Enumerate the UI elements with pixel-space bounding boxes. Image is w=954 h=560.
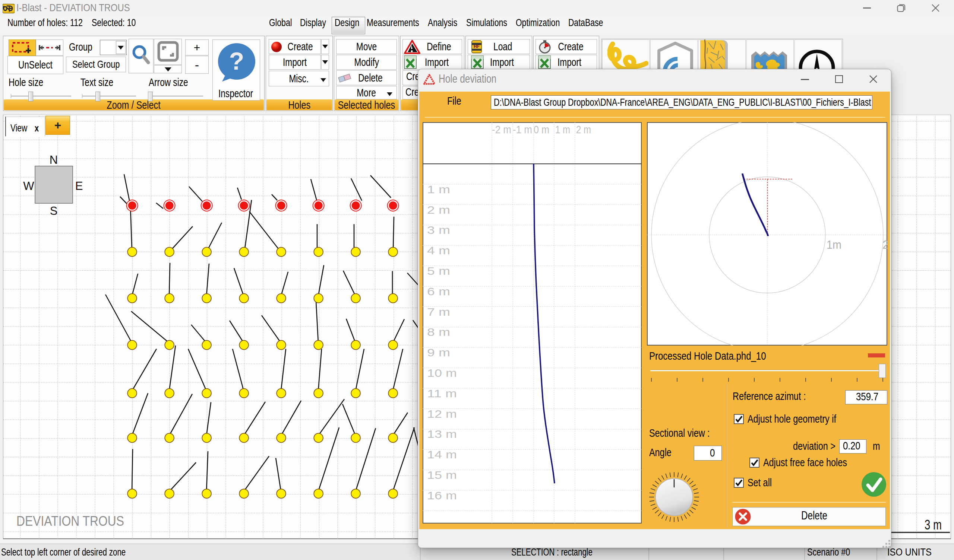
svg-text:N: N: [50, 153, 58, 166]
svg-text:6 m: 6 m: [427, 285, 450, 297]
svg-text:?: ?: [229, 47, 244, 75]
svg-text:13 m: 13 m: [427, 428, 457, 440]
svg-text:-2 m: -2 m: [492, 123, 511, 135]
svg-text:1 m: 1 m: [555, 123, 570, 135]
svg-text:12 m: 12 m: [427, 408, 457, 420]
svg-text:16 m: 16 m: [427, 489, 457, 502]
svg-text:E: E: [75, 179, 83, 193]
svg-text:W: W: [23, 179, 34, 193]
svg-text:8 m: 8 m: [427, 326, 450, 338]
svg-text:7 m: 7 m: [427, 306, 450, 318]
svg-text:11 m: 11 m: [427, 387, 457, 400]
svg-text:2: 2: [882, 238, 887, 251]
svg-text:0 m: 0 m: [534, 123, 549, 135]
svg-text:DEVIATION TROUS: DEVIATION TROUS: [16, 513, 124, 529]
svg-text:2 m: 2 m: [576, 123, 591, 135]
svg-text:5 m: 5 m: [427, 265, 450, 277]
svg-text:15 m: 15 m: [427, 469, 457, 481]
svg-text:S: S: [50, 204, 58, 218]
svg-text:3 m: 3 m: [924, 517, 942, 532]
svg-text:9 m: 9 m: [427, 346, 450, 359]
svg-text:3 m: 3 m: [427, 224, 450, 236]
svg-text:1 m: 1 m: [427, 183, 450, 196]
svg-text:4 m: 4 m: [427, 244, 450, 257]
svg-text:-1 m: -1 m: [513, 123, 532, 135]
svg-text:10 m: 10 m: [427, 367, 457, 379]
svg-text:1m: 1m: [826, 238, 842, 251]
svg-text:2 m: 2 m: [427, 204, 450, 216]
svg-text:HF: HF: [474, 44, 480, 49]
svg-text:14 m: 14 m: [427, 448, 457, 460]
